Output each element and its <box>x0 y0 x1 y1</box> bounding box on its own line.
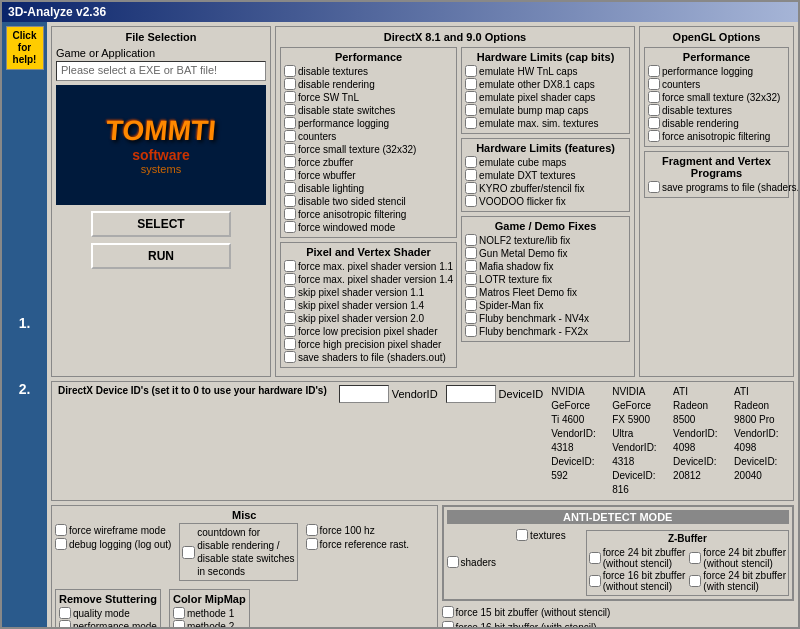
countdown-box: countdown fordisable rendering /disable … <box>179 523 297 581</box>
cb-disable-textures: disable textures <box>284 65 453 77</box>
device-name-4: ATI Radeon 9800 Pro <box>734 385 781 427</box>
countdown-text: countdown fordisable rendering /disable … <box>197 526 294 578</box>
hardware-features-subpanel: Hardware Limits (features) emulate cube … <box>461 138 630 212</box>
file-selection-title: File Selection <box>56 31 266 43</box>
hardware-caps-subpanel: Hardware Limits (cap bits) emulate HW Tn… <box>461 47 630 134</box>
misc-panel: Misc force wireframe mode debug logging … <box>51 505 438 627</box>
fragment-vertex-subpanel: Fragment and Vertex Programs save progra… <box>644 151 789 198</box>
device-id-label: DeviceID <box>499 388 544 400</box>
game-label: Game or Application <box>56 47 266 59</box>
performance-subpanel: Performance disable textures disable ren… <box>280 47 457 238</box>
device-info-ati-9800: ATI Radeon 9800 Pro VendorID: 4098 Devic… <box>734 385 781 483</box>
opengl-panel: OpenGL Options Performance performance l… <box>639 26 794 377</box>
run-button[interactable]: RUN <box>91 243 231 269</box>
performance-title: Performance <box>284 51 453 63</box>
device-device-2: DeviceID: 816 <box>612 469 659 497</box>
left-sidebar: Click for help! 1. 2. <box>2 22 47 627</box>
device-info-nvidia-ti: NVIDIA GeForce Ti 4600 VendorID: 4318 De… <box>551 385 598 483</box>
logo-sub: software <box>106 147 216 163</box>
device-vendor-2: VendorID: 4318 <box>612 441 659 469</box>
opengl-performance-subpanel: Performance performance logging counters… <box>644 47 789 147</box>
zbuffer-title: Z-Buffer <box>589 533 786 544</box>
device-name-2: NVIDIA GeForce FX 5900 Ultra <box>612 385 659 441</box>
game-fixes-title: Game / Demo Fixes <box>465 220 626 232</box>
device-info-nvidia-fx: NVIDIA GeForce FX 5900 Ultra VendorID: 4… <box>612 385 659 497</box>
directx-title: DirectX 8.1 and 9.0 Options <box>280 31 630 43</box>
vendor-id-label: VendorID <box>392 388 438 400</box>
pixel-vertex-title: Pixel and Vertex Shader <box>284 246 453 258</box>
device-id-input[interactable] <box>446 385 496 403</box>
device-ids-label: DirectX Device ID's (set it to 0 to use … <box>58 385 327 396</box>
game-path-display: Please select a EXE or BAT file! <box>56 61 266 81</box>
window-title: 3D-Analyze v2.36 <box>8 5 106 19</box>
hardware-caps-title: Hardware Limits (cap bits) <box>465 51 626 63</box>
device-info-ati-8500: ATI Radeon 8500 VendorID: 4098 DeviceID:… <box>673 385 720 483</box>
device-device-4: DeviceID: 20040 <box>734 455 781 483</box>
click-help-button[interactable]: Click for help! <box>6 26 44 70</box>
device-ids-bar: DirectX Device ID's (set it to 0 to use … <box>51 381 794 501</box>
device-device-1: DeviceID: 592 <box>551 455 598 483</box>
device-device-3: DeviceID: 20812 <box>673 455 720 483</box>
misc-title: Misc <box>55 509 434 521</box>
zbuffer-panel: Z-Buffer force 24 bit zbuffer(without st… <box>586 530 789 596</box>
anti-detect-title: ANTI-DETECT MODE <box>447 510 789 524</box>
logo-systems: systems <box>106 163 216 175</box>
main-window: 3D-Analyze v2.36 Click for help! 1. 2. F… <box>0 0 800 629</box>
logo-text: TOMMTI <box>105 115 218 147</box>
file-selection-panel: File Selection Game or Application Pleas… <box>51 26 271 377</box>
remove-stuttering-title: Remove Stuttering <box>59 593 157 605</box>
opengl-performance-title: Performance <box>648 51 785 63</box>
logo-box: TOMMTI software systems <box>56 85 266 205</box>
color-mipmap-title: Color MipMap <box>173 593 246 605</box>
opengl-title: OpenGL Options <box>644 31 789 43</box>
textures-label: textures <box>530 530 566 541</box>
device-vendor-4: VendorID: 4098 <box>734 427 781 455</box>
step1-label: 1. <box>19 315 31 331</box>
hardware-features-title: Hardware Limits (features) <box>465 142 626 154</box>
game-fixes-subpanel: Game / Demo Fixes NOLF2 texture/lib fix … <box>461 216 630 342</box>
remove-stuttering-panel: Remove Stuttering quality mode performan… <box>55 589 161 627</box>
device-vendor-3: VendorID: 4098 <box>673 427 720 455</box>
step2-label: 2. <box>19 381 31 397</box>
shaders-label: shaders <box>461 557 497 568</box>
color-mipmap-panel: Color MipMap methode 1 methode 2 <box>169 589 250 627</box>
fragment-vertex-title: Fragment and Vertex Programs <box>648 155 785 179</box>
pixel-vertex-subpanel: Pixel and Vertex Shader force max. pixel… <box>280 242 457 368</box>
device-name-1: NVIDIA GeForce Ti 4600 <box>551 385 598 427</box>
vendor-id-group: VendorID <box>339 385 438 403</box>
device-vendor-1: VendorID: 4318 <box>551 427 598 455</box>
select-button[interactable]: SELECT <box>91 211 231 237</box>
device-name-3: ATI Radeon 8500 <box>673 385 720 427</box>
device-id-group: DeviceID <box>446 385 544 403</box>
vendor-id-input[interactable] <box>339 385 389 403</box>
anti-detect-panel: ANTI-DETECT MODE shaders textures Z-Buff… <box>442 505 794 601</box>
directx-panel: DirectX 8.1 and 9.0 Options Performance … <box>275 26 635 377</box>
countdown-checkbox[interactable] <box>182 546 195 559</box>
title-bar: 3D-Analyze v2.36 <box>2 2 798 22</box>
